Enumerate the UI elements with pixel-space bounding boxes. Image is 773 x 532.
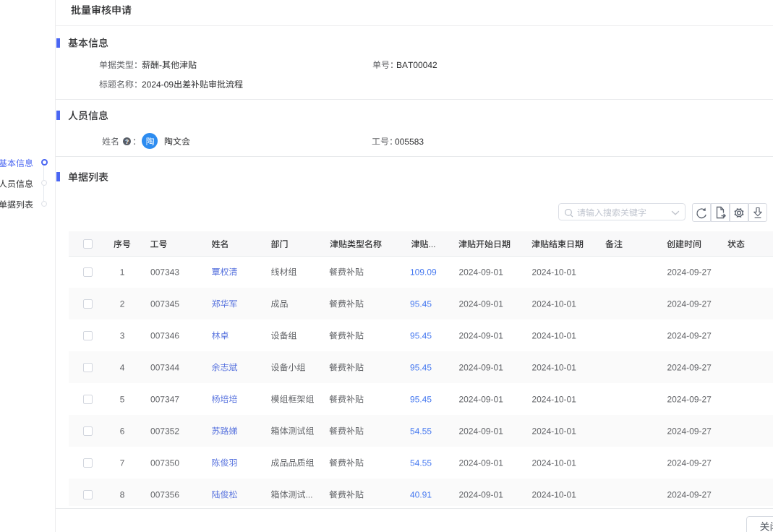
svg-text:?: ?: [125, 138, 129, 145]
